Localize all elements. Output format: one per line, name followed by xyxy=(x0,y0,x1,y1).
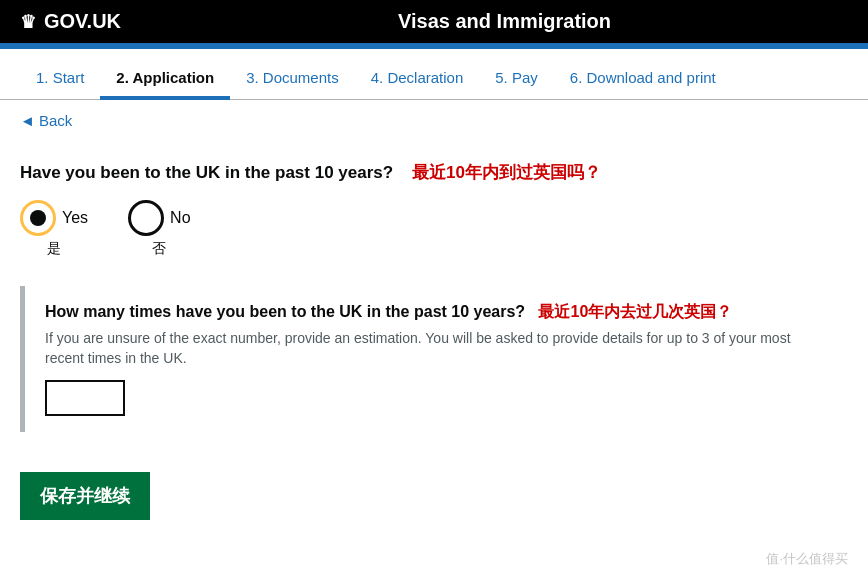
question2: How many times have you been to the UK i… xyxy=(45,302,820,323)
radio-no-row: No xyxy=(128,200,190,236)
times-input[interactable] xyxy=(45,380,125,416)
radio-no-item[interactable]: No 否 xyxy=(128,200,190,258)
step-2[interactable]: 2. Application xyxy=(100,61,230,100)
main-content: Have you been to the UK in the past 10 y… xyxy=(0,141,860,540)
logo-text: GOV.UK xyxy=(44,10,121,33)
question1: Have you been to the UK in the past 10 y… xyxy=(20,161,840,184)
step-3[interactable]: 3. Documents xyxy=(230,61,355,100)
inset-followup: How many times have you been to the UK i… xyxy=(20,286,840,432)
radio-group: Yes 是 No 否 xyxy=(20,200,840,258)
crown-icon: ♛ xyxy=(20,11,36,33)
radio-yes-label-en: Yes xyxy=(62,209,88,227)
step-4[interactable]: 4. Declaration xyxy=(355,61,480,100)
radio-yes-item[interactable]: Yes 是 xyxy=(20,200,88,258)
save-button[interactable]: 保存并继续 xyxy=(20,472,150,520)
header-title: Visas and Immigration xyxy=(161,10,848,33)
question1-en: Have you been to the UK in the past 10 y… xyxy=(20,163,393,182)
question2-en: How many times have you been to the UK i… xyxy=(45,303,525,320)
step-6[interactable]: 6. Download and print xyxy=(554,61,732,100)
radio-no-label-en: No xyxy=(170,209,190,227)
radio-yes-row: Yes xyxy=(20,200,88,236)
gov-logo: ♛ GOV.UK xyxy=(20,10,121,33)
question2-cn: 最近10年内去过几次英国？ xyxy=(538,303,732,320)
radio-yes-button[interactable] xyxy=(20,200,56,236)
radio-no-button[interactable] xyxy=(128,200,164,236)
steps-nav: 1. Start 2. Application 3. Documents 4. … xyxy=(0,49,868,100)
radio-no-label-cn: 否 xyxy=(152,240,166,258)
step-1[interactable]: 1. Start xyxy=(20,61,100,100)
step-5[interactable]: 5. Pay xyxy=(479,61,554,100)
radio-yes-label-cn: 是 xyxy=(47,240,61,258)
question1-cn: 最近10年内到过英国吗？ xyxy=(412,163,601,182)
radio-yes-dot xyxy=(30,210,46,226)
back-link[interactable]: ◄ Back xyxy=(0,100,868,141)
header: ♛ GOV.UK Visas and Immigration xyxy=(0,0,868,43)
followup-hint: If you are unsure of the exact number, p… xyxy=(45,329,820,368)
